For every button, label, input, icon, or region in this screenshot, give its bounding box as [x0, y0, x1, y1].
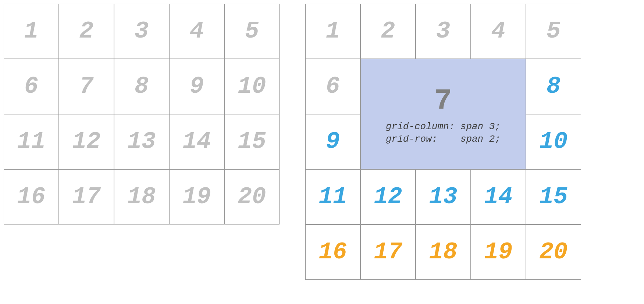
right-cell-9: 9	[305, 114, 360, 169]
left-cell-12: 12	[59, 114, 114, 169]
right-cell-18: 18	[416, 225, 471, 280]
right-cell-10: 10	[526, 114, 581, 169]
left-cell-19: 19	[169, 169, 224, 225]
right-cell-11: 11	[305, 169, 360, 225]
right-cell-3: 3	[416, 4, 471, 59]
right-cell-2: 2	[360, 4, 416, 59]
right-cell-6: 6	[305, 59, 360, 114]
right-cell-19: 19	[471, 225, 526, 280]
left-cell-18: 18	[114, 169, 169, 225]
right-cell-14: 14	[471, 169, 526, 225]
span-cell-code: grid-column: span 3; grid-row: span 2;	[386, 121, 501, 146]
left-cell-6: 6	[4, 59, 59, 114]
span-cell-code-line1: grid-column: span 3;	[386, 121, 501, 132]
right-span-cell-7: 7 grid-column: span 3; grid-row: span 2;	[360, 59, 526, 169]
right-grid: 1 2 3 4 5 6 7 grid-column: span 3; grid-…	[305, 4, 581, 280]
left-cell-13: 13	[114, 114, 169, 169]
right-cell-1: 1	[305, 4, 360, 59]
right-cell-13: 13	[416, 169, 471, 225]
diagram-wrapper: 1 2 3 4 5 6 7 8 9 10 11 12 13 14 15 16 1…	[4, 4, 640, 280]
right-cell-16: 16	[305, 225, 360, 280]
right-cell-20: 20	[526, 225, 581, 280]
left-cell-20: 20	[224, 169, 280, 225]
right-cell-5: 5	[526, 4, 581, 59]
left-cell-1: 1	[4, 4, 59, 59]
span-cell-number: 7	[434, 84, 452, 118]
left-cell-16: 16	[4, 169, 59, 225]
left-cell-14: 14	[169, 114, 224, 169]
left-cell-17: 17	[59, 169, 114, 225]
left-cell-9: 9	[169, 59, 224, 114]
right-cell-12: 12	[360, 169, 416, 225]
left-cell-4: 4	[169, 4, 224, 59]
left-cell-15: 15	[224, 114, 280, 169]
left-cell-7: 7	[59, 59, 114, 114]
right-cell-15: 15	[526, 169, 581, 225]
span-cell-code-line2: grid-row: span 2;	[386, 134, 501, 145]
left-grid: 1 2 3 4 5 6 7 8 9 10 11 12 13 14 15 16 1…	[4, 4, 280, 225]
right-cell-8: 8	[526, 59, 581, 114]
right-cell-17: 17	[360, 225, 416, 280]
left-cell-3: 3	[114, 4, 169, 59]
left-cell-11: 11	[4, 114, 59, 169]
right-cell-4: 4	[471, 4, 526, 59]
left-cell-8: 8	[114, 59, 169, 114]
left-cell-10: 10	[224, 59, 280, 114]
left-cell-2: 2	[59, 4, 114, 59]
left-cell-5: 5	[224, 4, 280, 59]
